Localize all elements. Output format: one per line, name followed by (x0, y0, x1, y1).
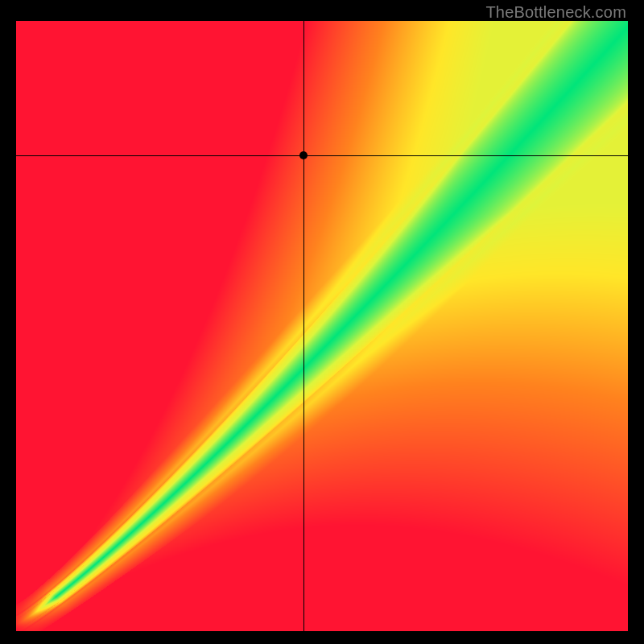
heatmap-canvas (16, 21, 628, 631)
crosshair-marker (299, 151, 308, 159)
crosshair-vertical (303, 21, 304, 631)
crosshair-horizontal (16, 155, 628, 156)
watermark-text: TheBottleneck.com (485, 3, 626, 22)
heatmap-plot (16, 21, 628, 631)
